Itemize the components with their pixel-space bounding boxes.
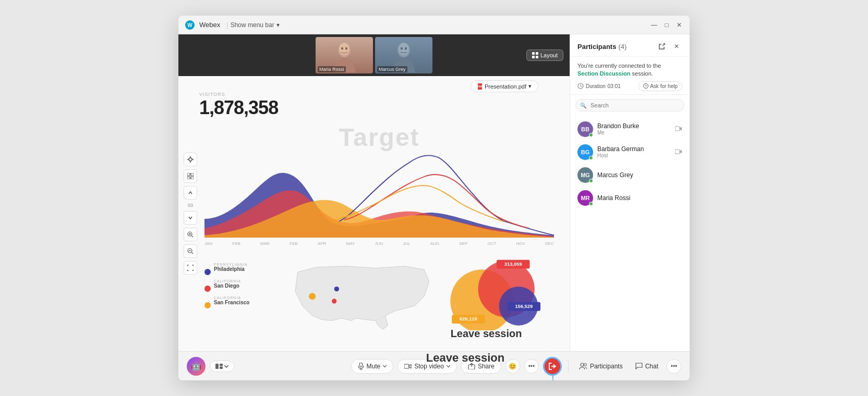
svg-rect-58 xyxy=(404,364,409,368)
maximize-button[interactable]: □ xyxy=(662,21,671,29)
leave-icon xyxy=(548,363,557,370)
mute-button[interactable]: Mute xyxy=(351,359,394,374)
svg-rect-53 xyxy=(220,364,223,366)
legend-california-sf: CALIFORNIA San Francisco xyxy=(204,296,283,308)
svg-rect-52 xyxy=(215,364,219,369)
section-name: Section Discussion xyxy=(577,70,630,77)
online-indicator xyxy=(589,179,593,183)
camera-icon-toolbar xyxy=(404,364,412,369)
layout-icon xyxy=(532,52,538,58)
video-thumb-marcus: Marcus Grey xyxy=(375,37,432,73)
ask-for-help-button[interactable]: ? Ask for help xyxy=(638,81,682,91)
legend-california-sd: CALIFORNIA San Diego xyxy=(204,279,283,292)
panel-title: Participants (4) xyxy=(577,43,626,51)
legend-dot-ca-sf xyxy=(204,302,211,308)
participant-item-maria[interactable]: MR Maria Rossi xyxy=(570,187,690,209)
svg-rect-50 xyxy=(675,127,680,131)
camera-icon xyxy=(675,149,682,154)
video-icon-barbara xyxy=(675,149,682,155)
close-panel-button[interactable]: ✕ xyxy=(671,41,682,52)
page-indicator: 03 xyxy=(184,203,197,208)
avatar-barbara: BG xyxy=(577,144,593,160)
ai-assistant-button[interactable]: 🤖 xyxy=(187,357,206,376)
leave-session-button[interactable] xyxy=(543,357,562,376)
chat-toolbar-button[interactable]: Chat xyxy=(631,361,662,372)
svg-point-7 xyxy=(399,43,409,55)
svg-line-28 xyxy=(192,253,194,254)
bubble-chart-svg: 313,059 156,529 626,119 xyxy=(439,257,554,330)
emoji-button[interactable]: 😊 xyxy=(505,359,520,374)
svg-rect-20 xyxy=(191,173,194,176)
participant-item-brandon[interactable]: BB Brandon Burke Me xyxy=(570,118,690,141)
grid-tool-button[interactable] xyxy=(184,169,197,183)
online-indicator xyxy=(589,202,593,206)
next-slide-button[interactable] xyxy=(184,211,197,225)
minimize-button[interactable]: — xyxy=(650,21,658,29)
search-input[interactable] xyxy=(575,99,684,112)
visitors-value: 1,878,358 xyxy=(199,97,559,119)
participant-info-maria: Maria Rossi xyxy=(597,194,682,202)
participant-name-brandon: Brandon Burke xyxy=(597,122,671,130)
svg-text:W: W xyxy=(187,22,192,28)
zoom-in-icon xyxy=(187,231,194,238)
us-map xyxy=(288,257,434,330)
pointer-tool-button[interactable] xyxy=(184,153,197,166)
stop-video-button[interactable]: Stop video xyxy=(397,359,457,374)
dropdown-arrow-icon xyxy=(383,365,387,367)
camera-icon xyxy=(675,126,682,131)
svg-text:PDF: PDF xyxy=(477,85,483,88)
leave-session-dashed-line xyxy=(552,376,553,381)
show-menu-bar-button[interactable]: Show menu bar ▾ xyxy=(231,21,280,29)
participant-item-marcus[interactable]: MG Marcus Grey xyxy=(570,164,690,187)
legend-state-ca-sf: CALIFORNIA xyxy=(214,296,249,300)
svg-text:?: ? xyxy=(645,84,647,88)
pdf-title-bar[interactable]: PDF Presentation.pdf ▾ xyxy=(471,80,538,92)
participants-toolbar-button[interactable]: Participants xyxy=(575,361,627,372)
svg-rect-19 xyxy=(187,173,190,176)
pdf-icon: PDF xyxy=(477,83,483,90)
zoom-out-icon xyxy=(187,248,194,254)
legend-city-ca-sd: San Diego xyxy=(214,283,241,289)
avatar-marcus: MG xyxy=(577,167,593,183)
more-options-button[interactable]: ••• xyxy=(524,359,539,374)
main-window: W Webex | Show menu bar ▾ — □ ✕ xyxy=(178,16,690,380)
participants-toolbar-label: Participants xyxy=(590,363,623,370)
svg-rect-10 xyxy=(532,52,535,55)
chart-legend: PENNSYLVANIA Philadelphia CALIFORNIA San… xyxy=(204,257,283,330)
slide-toolbar: 03 xyxy=(184,153,197,275)
clock-icon xyxy=(577,83,584,89)
bottom-section: PENNSYLVANIA Philadelphia CALIFORNIA San… xyxy=(204,257,554,330)
participant-info-brandon: Brandon Burke Me xyxy=(597,122,671,135)
participant-info-barbara: Barbara German Host xyxy=(597,145,671,158)
close-button[interactable]: ✕ xyxy=(675,21,683,29)
fullscreen-button[interactable] xyxy=(184,261,197,275)
svg-rect-11 xyxy=(536,52,538,55)
participant-item-barbara[interactable]: BG Barbara German Host xyxy=(570,141,690,164)
video-layout-button[interactable] xyxy=(210,361,234,372)
svg-point-62 xyxy=(584,363,586,366)
connected-banner: You're currently connected to the Sectio… xyxy=(570,57,690,95)
share-button[interactable]: Share xyxy=(461,359,501,374)
participant-name-barbara: Barbara German xyxy=(597,145,671,153)
layout-button[interactable]: Layout xyxy=(526,49,563,61)
participants-toolbar-icon xyxy=(579,363,587,370)
fullscreen-icon xyxy=(187,265,194,271)
app-name: Webex xyxy=(199,21,220,29)
svg-line-47 xyxy=(581,86,582,87)
panel-more-options-button[interactable]: ••• xyxy=(667,359,681,374)
online-indicator xyxy=(589,133,593,137)
popout-icon xyxy=(659,43,665,49)
bubble-chart: 313,059 156,529 626,119 xyxy=(439,257,554,330)
popout-button[interactable] xyxy=(656,41,668,52)
avatar-brandon: BB xyxy=(577,121,593,137)
zoom-in-button[interactable] xyxy=(184,228,197,241)
map-svg xyxy=(288,257,434,330)
presentation-area: Maria Rossi Marcus Grey xyxy=(178,34,570,351)
zoom-out-button[interactable] xyxy=(184,244,197,258)
video-thumb-maria: Maria Rossi xyxy=(316,37,373,73)
panel-actions: ✕ xyxy=(656,41,682,52)
help-icon: ? xyxy=(643,83,648,89)
participant-role-brandon: Me xyxy=(597,130,671,135)
x-axis: JAN FEB MAR FEB APR MAY JUN JUL AUG SEP … xyxy=(204,241,554,246)
prev-slide-button[interactable] xyxy=(184,186,197,200)
